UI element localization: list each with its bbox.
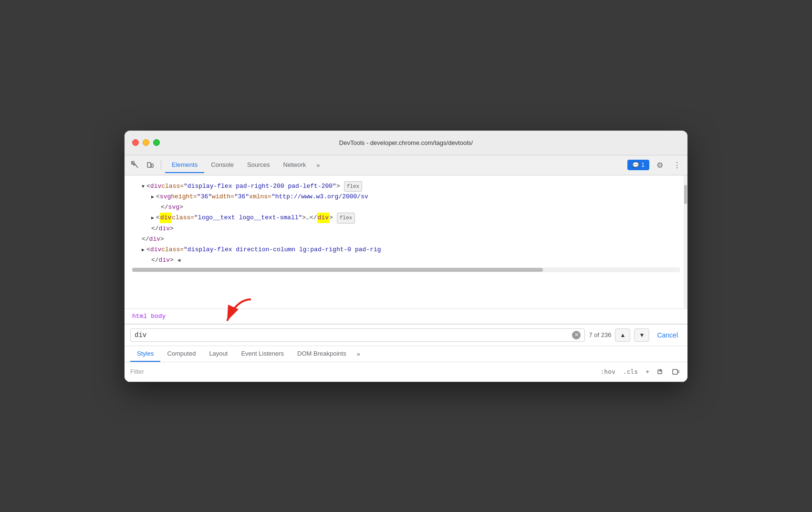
tab-styles[interactable]: Styles: [130, 346, 160, 362]
scrollbar-v-thumb: [684, 185, 687, 204]
html-panel: ▼ <div class="display-flex pad-right-200…: [125, 175, 687, 309]
tab-more-button[interactable]: »: [312, 160, 323, 171]
search-input[interactable]: [135, 331, 572, 339]
notification-button[interactable]: 💬 1: [627, 160, 649, 170]
title-bar: DevTools - developer.chrome.com/tags/dev…: [125, 131, 687, 155]
cls-button[interactable]: .cls: [621, 367, 640, 376]
toolbar-divider: [161, 160, 161, 170]
tab-computed[interactable]: Computed: [160, 346, 202, 362]
search-count: 7 of 236: [589, 331, 611, 338]
close-button[interactable]: [132, 139, 139, 146]
breadcrumb-section: html body: [125, 309, 687, 325]
notification-count: 1: [641, 162, 645, 168]
traffic-lights: [132, 139, 160, 146]
add-rule-button[interactable]: +: [644, 367, 651, 376]
clear-search-button[interactable]: ✕: [572, 331, 581, 339]
html-line-5: </div>: [132, 224, 680, 234]
main-tab-nav: Elements Console Sources Network »: [165, 157, 625, 173]
triangle-icon[interactable]: ▶: [151, 214, 154, 222]
bottom-panel: Styles Computed Layout Event Listeners D…: [125, 346, 687, 382]
flex-badge-2[interactable]: flex: [337, 213, 355, 224]
settings-button[interactable]: ⚙: [653, 158, 666, 172]
tab-sources[interactable]: Sources: [240, 157, 277, 173]
devtools-toolbar: Elements Console Sources Network » 💬 1 ⚙…: [125, 155, 687, 175]
more-menu-button[interactable]: ⋮: [670, 158, 684, 172]
toggle-element-state-button[interactable]: [670, 366, 682, 378]
search-prev-button[interactable]: ▲: [615, 328, 630, 342]
breadcrumb-html[interactable]: html: [132, 313, 147, 320]
cancel-search-button[interactable]: Cancel: [653, 329, 682, 341]
window-title: DevTools - developer.chrome.com/tags/dev…: [339, 139, 473, 146]
tab-network[interactable]: Network: [277, 157, 313, 173]
html-line-7[interactable]: ▶ <div class="display-flex direction-col…: [132, 245, 680, 255]
tab-console[interactable]: Console: [204, 157, 240, 173]
search-next-button[interactable]: ▼: [634, 328, 649, 342]
flex-badge[interactable]: flex: [344, 181, 362, 192]
maximize-button[interactable]: [153, 139, 160, 146]
breadcrumb: html body: [125, 309, 687, 324]
tab-elements[interactable]: Elements: [165, 157, 204, 173]
inspect-element-button[interactable]: [128, 158, 142, 172]
html-line-6: </div>: [132, 234, 680, 245]
horizontal-scrollbar[interactable]: [132, 267, 680, 272]
tab-layout[interactable]: Layout: [202, 346, 234, 362]
new-style-rule-button[interactable]: [655, 366, 666, 378]
svg-rect-7: [673, 369, 677, 374]
styles-tab-bar: Styles Computed Layout Event Listeners D…: [125, 346, 687, 362]
minimize-button[interactable]: [143, 139, 149, 146]
tab-dom-breakpoints[interactable]: DOM Breakpoints: [291, 346, 353, 362]
search-input-wrap: ✕: [130, 328, 585, 342]
filter-bar: Filter :hov .cls +: [125, 362, 687, 382]
triangle-icon[interactable]: ▼: [142, 183, 145, 191]
hov-button[interactable]: :hov: [599, 367, 617, 376]
gear-icon: ⚙: [656, 161, 663, 170]
html-line-2[interactable]: ▶ <svg height="36" width="36" xmlns="htt…: [132, 192, 680, 202]
filter-placeholder: Filter: [130, 368, 593, 375]
toolbar-right: 💬 1 ⚙ ⋮: [627, 158, 684, 172]
html-line-3: </svg>: [132, 202, 680, 213]
svg-rect-2: [151, 164, 153, 167]
filter-actions: :hov .cls +: [599, 366, 682, 378]
devtools-window: DevTools - developer.chrome.com/tags/dev…: [125, 131, 687, 382]
tab-event-listeners[interactable]: Event Listeners: [234, 346, 291, 362]
triangle-icon[interactable]: ▶: [142, 246, 145, 254]
notification-icon: 💬: [632, 162, 639, 168]
vertical-scrollbar[interactable]: [684, 175, 687, 308]
ellipsis-icon: ⋮: [673, 161, 681, 170]
scrollbar-thumb: [132, 268, 543, 272]
svg-rect-1: [147, 163, 151, 167]
styles-more-button[interactable]: »: [353, 348, 364, 359]
triangle-icon[interactable]: ▶: [151, 193, 154, 201]
breadcrumb-body[interactable]: body: [151, 313, 166, 320]
html-line-1[interactable]: ▼ <div class="display-flex pad-right-200…: [132, 181, 680, 192]
device-toolbar-button[interactable]: [144, 158, 157, 172]
search-bar: ✕ 7 of 236 ▲ ▼ Cancel: [125, 325, 687, 346]
html-line-4[interactable]: ▶ <div class="logo__text logo__text-smal…: [132, 213, 680, 224]
html-line-8: </div> ◀: [132, 255, 680, 266]
